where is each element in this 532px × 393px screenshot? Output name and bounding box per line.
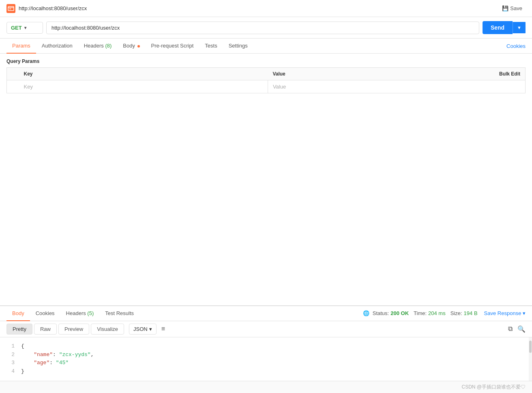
response-tab-body[interactable]: Body xyxy=(6,306,30,321)
bottom-text: CSDN @手插口袋谁也不爱♡ xyxy=(461,384,526,390)
code-line-2: 2 "name": "zcx-yyds", xyxy=(6,351,526,359)
subtab-visualize[interactable]: Visualize xyxy=(91,324,124,335)
time-label: Time: xyxy=(414,310,427,316)
copy-icon[interactable]: ⧉ xyxy=(508,325,513,333)
checkbox-header xyxy=(7,68,19,80)
line-num-1: 1 xyxy=(6,342,15,351)
request-bar: GET ▼ Send ▼ xyxy=(0,17,532,39)
response-tabs-bar: Body Cookies Headers (5) Test Results 🌐 … xyxy=(0,306,532,321)
tab-settings[interactable]: Settings xyxy=(223,39,253,54)
response-tab-testresults[interactable]: Test Results xyxy=(99,306,139,321)
tab-prerequest[interactable]: Pre-request Script xyxy=(146,39,200,54)
table-row: Key Value xyxy=(7,80,526,93)
tab-authorization[interactable]: Authorization xyxy=(36,39,78,54)
title-url: http://localhost:8080/user/zcx xyxy=(19,5,87,11)
format-select[interactable]: JSON ▾ xyxy=(129,324,157,335)
response-subtabs: Pretty Raw Preview Visualize JSON ▾ ≡ ⧉ … xyxy=(0,321,532,337)
save-icon: 💾 xyxy=(502,5,508,11)
query-params-title: Query Params xyxy=(6,58,526,64)
postman-icon xyxy=(6,4,15,13)
code-line-1: 1 { xyxy=(6,342,526,351)
subtab-raw[interactable]: Raw xyxy=(34,324,57,335)
response-meta: 🌐 Status: 200 OK Time: 204 ms Size: 194 … xyxy=(363,310,526,316)
cookies-link[interactable]: Cookies xyxy=(506,43,526,49)
line-num-2: 2 xyxy=(6,351,15,359)
subtab-pretty[interactable]: Pretty xyxy=(6,324,32,335)
chevron-down-icon: ▼ xyxy=(24,26,28,30)
line-content-3: "age": "45" xyxy=(21,359,526,367)
search-icon[interactable]: 🔍 xyxy=(517,325,526,333)
bulk-edit-header[interactable]: Bulk Edit xyxy=(378,68,526,80)
response-tab-headers[interactable]: Headers (5) xyxy=(60,306,100,321)
request-tabs-bar: Params Authorization Headers (8) Body Pr… xyxy=(0,39,532,54)
status-value: 200 OK xyxy=(390,310,409,316)
url-input[interactable] xyxy=(46,22,479,34)
value-input-cell[interactable]: Value xyxy=(268,80,378,93)
tab-headers[interactable]: Headers (8) xyxy=(78,39,118,54)
line-content-1: { xyxy=(21,342,526,351)
value-header: Value xyxy=(268,68,378,80)
response-body: 1 { 2 "name": "zcx-yyds", 3 "age": "45" … xyxy=(0,337,532,381)
send-main-button[interactable]: Send xyxy=(483,21,513,34)
code-line-4: 4 } xyxy=(6,367,526,376)
vertical-scrollbar[interactable] xyxy=(529,337,532,381)
save-response-link[interactable]: Save Response ▾ xyxy=(484,310,526,316)
save-button[interactable]: 💾 Save xyxy=(499,4,526,13)
params-table: Key Value Bulk Edit Key Value xyxy=(6,67,526,93)
method-select[interactable]: GET ▼ xyxy=(6,22,43,34)
bottom-bar: CSDN @手插口袋谁也不爱♡ xyxy=(0,381,532,393)
globe-icon: 🌐 xyxy=(363,310,369,316)
params-section: Query Params Key Value Bulk Edit Key Val… xyxy=(0,54,532,305)
code-line-3: 3 "age": "45" xyxy=(6,359,526,367)
response-panel: Body Cookies Headers (5) Test Results 🌐 … xyxy=(0,305,532,381)
wrap-icon[interactable]: ≡ xyxy=(161,325,165,333)
key-header: Key xyxy=(19,68,268,80)
tab-body[interactable]: Body xyxy=(117,39,145,54)
status-label: Status: xyxy=(373,310,389,316)
line-content-4: } xyxy=(21,367,526,376)
scrollbar-thumb xyxy=(529,341,532,353)
line-num-3: 3 xyxy=(6,359,15,367)
line-num-4: 4 xyxy=(6,367,15,376)
size-label: Size: xyxy=(450,310,462,316)
chevron-down-icon: ▾ xyxy=(149,326,152,332)
send-button-group: Send ▼ xyxy=(483,21,526,34)
row-checkbox-cell xyxy=(7,80,19,93)
subtab-preview[interactable]: Preview xyxy=(58,324,89,335)
title-bar: http://localhost:8080/user/zcx 💾 Save xyxy=(0,0,532,17)
key-input-cell[interactable]: Key xyxy=(19,80,268,93)
size-value: 194 B xyxy=(464,310,478,316)
time-value: 204 ms xyxy=(428,310,446,316)
response-tab-cookies[interactable]: Cookies xyxy=(30,306,60,321)
tab-params[interactable]: Params xyxy=(6,39,36,54)
title-bar-left: http://localhost:8080/user/zcx xyxy=(6,4,87,13)
tab-tests[interactable]: Tests xyxy=(199,39,223,54)
line-content-2: "name": "zcx-yyds", xyxy=(21,351,526,359)
send-dropdown-button[interactable]: ▼ xyxy=(513,22,526,33)
svg-rect-0 xyxy=(8,6,14,11)
